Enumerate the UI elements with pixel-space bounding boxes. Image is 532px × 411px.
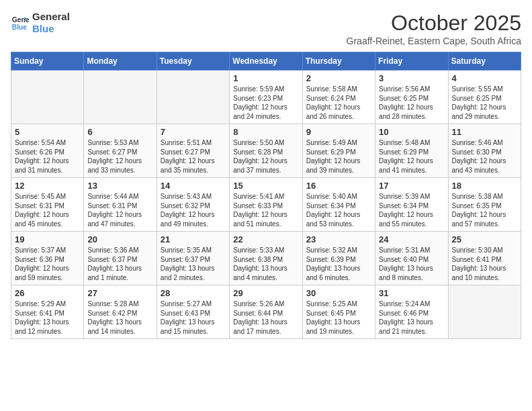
day-info: Daylight: 13 hours <box>161 264 226 273</box>
day-info: Sunrise: 5:27 AM <box>161 300 226 309</box>
calendar-week-row: 1Sunrise: 5:59 AMSunset: 6:23 PMDaylight… <box>11 71 521 124</box>
day-info: Sunset: 6:41 PM <box>452 255 517 265</box>
calendar-body: 1Sunrise: 5:59 AMSunset: 6:23 PMDaylight… <box>11 71 521 339</box>
day-info: Sunset: 6:36 PM <box>15 255 80 265</box>
calendar-cell: 10Sunrise: 5:48 AMSunset: 6:29 PMDayligh… <box>375 124 448 178</box>
calendar-cell: 8Sunrise: 5:50 AMSunset: 6:28 PMDaylight… <box>230 124 302 178</box>
day-info: Daylight: 12 hours <box>15 210 80 220</box>
day-info: Sunrise: 5:38 AM <box>452 192 517 201</box>
calendar-cell: 22Sunrise: 5:33 AMSunset: 6:38 PMDayligh… <box>230 232 302 285</box>
day-number: 9 <box>306 127 371 137</box>
day-info: Sunrise: 5:56 AM <box>379 85 444 94</box>
day-number: 11 <box>452 127 517 137</box>
day-info: Sunset: 6:42 PM <box>87 309 152 318</box>
calendar-week-row: 26Sunrise: 5:29 AMSunset: 6:41 PMDayligh… <box>11 285 521 339</box>
day-info: Sunset: 6:23 PM <box>233 94 298 103</box>
day-info: Sunset: 6:40 PM <box>379 255 444 265</box>
day-info: and 41 minutes. <box>379 166 444 175</box>
day-info: and 21 minutes. <box>379 327 444 336</box>
day-info: and 17 minutes. <box>233 327 298 336</box>
day-info: Sunrise: 5:28 AM <box>87 300 152 309</box>
day-info: Sunrise: 5:29 AM <box>15 300 80 309</box>
day-header-tuesday: Tuesday <box>157 52 229 71</box>
day-info: Daylight: 12 hours <box>233 156 298 166</box>
day-info: Sunset: 6:25 PM <box>452 94 517 103</box>
day-info: Sunset: 6:26 PM <box>15 148 80 157</box>
day-info: and 1 minute. <box>87 273 152 283</box>
day-number: 7 <box>161 127 226 137</box>
day-info: Sunset: 6:34 PM <box>306 201 371 211</box>
day-info: Sunrise: 5:51 AM <box>161 138 226 148</box>
day-info: Sunset: 6:28 PM <box>233 148 298 157</box>
day-info: Sunrise: 5:58 AM <box>306 85 371 94</box>
calendar-cell: 12Sunrise: 5:45 AMSunset: 6:31 PMDayligh… <box>11 178 84 232</box>
calendar-cell: 9Sunrise: 5:49 AMSunset: 6:29 PMDaylight… <box>302 124 375 178</box>
day-info: Sunrise: 5:26 AM <box>233 300 298 309</box>
day-number: 22 <box>233 234 298 244</box>
day-info: Sunset: 6:25 PM <box>379 94 444 103</box>
day-number: 10 <box>379 127 444 137</box>
day-info: Sunset: 6:29 PM <box>379 148 444 157</box>
day-info: Sunrise: 5:49 AM <box>306 138 371 148</box>
day-info: and 39 minutes. <box>306 166 371 175</box>
day-number: 2 <box>306 73 371 83</box>
day-info: Sunrise: 5:36 AM <box>87 246 152 255</box>
day-info: Sunset: 6:29 PM <box>306 148 371 157</box>
day-info: Sunrise: 5:40 AM <box>306 192 371 201</box>
day-number: 18 <box>452 181 517 191</box>
day-number: 29 <box>233 288 298 298</box>
day-info: Sunrise: 5:48 AM <box>379 138 444 148</box>
logo-icon: General Blue <box>11 13 30 32</box>
calendar-cell: 6Sunrise: 5:53 AMSunset: 6:27 PMDaylight… <box>84 124 157 178</box>
day-header-saturday: Saturday <box>448 52 521 71</box>
calendar-cell <box>448 285 521 339</box>
day-info: and 6 minutes. <box>306 273 371 283</box>
day-info: Daylight: 12 hours <box>306 210 371 220</box>
day-info: Daylight: 12 hours <box>379 156 444 166</box>
day-info: and 57 minutes. <box>452 220 517 229</box>
day-info: Sunrise: 5:41 AM <box>233 192 298 201</box>
day-info: Sunrise: 5:43 AM <box>161 192 226 201</box>
day-info: Sunrise: 5:37 AM <box>15 246 80 255</box>
calendar-cell: 27Sunrise: 5:28 AMSunset: 6:42 PMDayligh… <box>84 285 157 339</box>
calendar-table: SundayMondayTuesdayWednesdayThursdayFrid… <box>11 52 521 339</box>
calendar-cell: 13Sunrise: 5:44 AMSunset: 6:31 PMDayligh… <box>84 178 157 232</box>
day-info: Daylight: 13 hours <box>87 264 152 273</box>
location: Graaff-Reinet, Eastern Cape, South Afric… <box>347 36 521 46</box>
day-number: 23 <box>306 234 371 244</box>
calendar-cell: 11Sunrise: 5:46 AMSunset: 6:30 PMDayligh… <box>448 124 521 178</box>
calendar-cell: 14Sunrise: 5:43 AMSunset: 6:32 PMDayligh… <box>157 178 229 232</box>
day-info: and 24 minutes. <box>233 112 298 122</box>
calendar-cell: 28Sunrise: 5:27 AMSunset: 6:43 PMDayligh… <box>157 285 229 339</box>
day-info: Sunrise: 5:44 AM <box>87 192 152 201</box>
calendar-cell: 24Sunrise: 5:31 AMSunset: 6:40 PMDayligh… <box>375 232 448 285</box>
calendar-cell <box>84 71 157 124</box>
day-info: and 8 minutes. <box>379 273 444 283</box>
day-number: 31 <box>379 288 444 298</box>
calendar-cell: 23Sunrise: 5:32 AMSunset: 6:39 PMDayligh… <box>302 232 375 285</box>
day-info: Daylight: 13 hours <box>306 264 371 273</box>
day-info: Sunset: 6:33 PM <box>233 201 298 211</box>
day-number: 16 <box>306 181 371 191</box>
calendar-cell: 15Sunrise: 5:41 AMSunset: 6:33 PMDayligh… <box>230 178 302 232</box>
calendar-cell: 4Sunrise: 5:55 AMSunset: 6:25 PMDaylight… <box>448 71 521 124</box>
calendar-cell: 3Sunrise: 5:56 AMSunset: 6:25 PMDaylight… <box>375 71 448 124</box>
day-info: Daylight: 13 hours <box>233 264 298 273</box>
day-header-monday: Monday <box>84 52 157 71</box>
day-info: Daylight: 13 hours <box>15 318 80 327</box>
day-info: Sunrise: 5:59 AM <box>233 85 298 94</box>
day-header-sunday: Sunday <box>11 52 84 71</box>
day-info: Sunset: 6:31 PM <box>15 201 80 211</box>
day-info: Daylight: 12 hours <box>452 210 517 220</box>
day-info: Daylight: 12 hours <box>15 156 80 166</box>
day-info: Sunset: 6:37 PM <box>87 255 152 265</box>
day-info: Sunset: 6:45 PM <box>306 309 371 318</box>
page-header: General Blue General Blue October 2025 G… <box>11 11 521 46</box>
calendar-cell: 25Sunrise: 5:30 AMSunset: 6:41 PMDayligh… <box>448 232 521 285</box>
day-info: Daylight: 13 hours <box>161 318 226 327</box>
calendar-cell <box>157 71 229 124</box>
calendar-cell: 5Sunrise: 5:54 AMSunset: 6:26 PMDaylight… <box>11 124 84 178</box>
day-info: Daylight: 13 hours <box>233 318 298 327</box>
day-number: 28 <box>161 288 226 298</box>
day-number: 30 <box>306 288 371 298</box>
